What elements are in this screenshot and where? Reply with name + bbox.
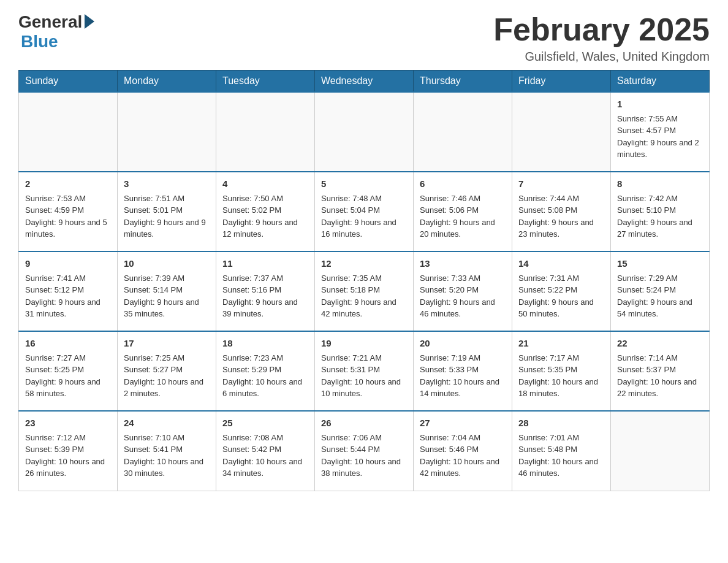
day-number: 8 [617, 177, 703, 191]
weekday-header-tuesday: Tuesday [216, 71, 315, 93]
calendar-week-row: 16Sunrise: 7:27 AM Sunset: 5:25 PM Dayli… [19, 331, 710, 411]
day-info: Sunrise: 7:46 AM Sunset: 5:06 PM Dayligh… [420, 193, 506, 240]
day-info: Sunrise: 7:35 AM Sunset: 5:18 PM Dayligh… [321, 272, 407, 320]
calendar-cell: 25Sunrise: 7:08 AM Sunset: 5:42 PM Dayli… [216, 411, 315, 491]
calendar-cell: 1Sunrise: 7:55 AM Sunset: 4:57 PM Daylig… [611, 92, 710, 172]
day-number: 22 [617, 337, 703, 351]
logo: General Blue [18, 12, 94, 52]
weekday-header-wednesday: Wednesday [315, 71, 414, 93]
day-info: Sunrise: 7:10 AM Sunset: 5:41 PM Dayligh… [124, 432, 210, 480]
location-subtitle: Guilsfield, Wales, United Kingdom [493, 50, 710, 64]
day-number: 11 [222, 257, 308, 271]
day-number: 7 [518, 177, 604, 191]
day-info: Sunrise: 7:27 AM Sunset: 5:25 PM Dayligh… [25, 352, 111, 400]
calendar-cell: 28Sunrise: 7:01 AM Sunset: 5:48 PM Dayli… [512, 411, 611, 491]
calendar-cell: 26Sunrise: 7:06 AM Sunset: 5:44 PM Dayli… [315, 411, 414, 491]
day-number: 23 [25, 416, 111, 431]
day-number: 17 [124, 337, 210, 351]
day-number: 21 [518, 337, 604, 351]
day-info: Sunrise: 7:42 AM Sunset: 5:10 PM Dayligh… [617, 193, 703, 240]
calendar-cell: 11Sunrise: 7:37 AM Sunset: 5:16 PM Dayli… [216, 251, 315, 331]
calendar-cell: 22Sunrise: 7:14 AM Sunset: 5:37 PM Dayli… [611, 331, 710, 411]
day-info: Sunrise: 7:01 AM Sunset: 5:48 PM Dayligh… [518, 432, 604, 480]
calendar-cell [611, 411, 710, 491]
day-info: Sunrise: 7:08 AM Sunset: 5:42 PM Dayligh… [222, 432, 308, 480]
logo-blue-text: Blue [21, 32, 58, 52]
day-number: 25 [222, 416, 308, 431]
calendar-cell: 21Sunrise: 7:17 AM Sunset: 5:35 PM Dayli… [512, 331, 611, 411]
calendar-cell: 8Sunrise: 7:42 AM Sunset: 5:10 PM Daylig… [611, 172, 710, 251]
calendar-cell [512, 92, 611, 172]
calendar-header: SundayMondayTuesdayWednesdayThursdayFrid… [19, 71, 710, 93]
calendar-week-row: 23Sunrise: 7:12 AM Sunset: 5:39 PM Dayli… [19, 411, 710, 491]
day-info: Sunrise: 7:04 AM Sunset: 5:46 PM Dayligh… [420, 432, 506, 480]
calendar-cell: 16Sunrise: 7:27 AM Sunset: 5:25 PM Dayli… [19, 331, 118, 411]
day-number: 6 [420, 177, 506, 191]
day-info: Sunrise: 7:53 AM Sunset: 4:59 PM Dayligh… [25, 193, 111, 240]
day-info: Sunrise: 7:17 AM Sunset: 5:35 PM Dayligh… [518, 352, 604, 400]
page-header: General Blue February 2025 Guilsfield, W… [18, 12, 710, 64]
calendar-cell: 6Sunrise: 7:46 AM Sunset: 5:06 PM Daylig… [414, 172, 512, 251]
calendar-cell: 10Sunrise: 7:39 AM Sunset: 5:14 PM Dayli… [118, 251, 216, 331]
day-info: Sunrise: 7:48 AM Sunset: 5:04 PM Dayligh… [321, 193, 407, 240]
day-number: 28 [518, 416, 604, 431]
day-number: 9 [25, 257, 111, 271]
day-info: Sunrise: 7:14 AM Sunset: 5:37 PM Dayligh… [617, 352, 703, 400]
day-number: 3 [124, 177, 210, 191]
calendar-cell: 19Sunrise: 7:21 AM Sunset: 5:31 PM Dayli… [315, 331, 414, 411]
calendar-cell [315, 92, 414, 172]
calendar-body: 1Sunrise: 7:55 AM Sunset: 4:57 PM Daylig… [19, 92, 710, 491]
day-info: Sunrise: 7:51 AM Sunset: 5:01 PM Dayligh… [124, 193, 210, 240]
calendar-week-row: 2Sunrise: 7:53 AM Sunset: 4:59 PM Daylig… [19, 172, 710, 251]
day-info: Sunrise: 7:19 AM Sunset: 5:33 PM Dayligh… [420, 352, 506, 400]
day-number: 13 [420, 257, 506, 271]
calendar-cell: 24Sunrise: 7:10 AM Sunset: 5:41 PM Dayli… [118, 411, 216, 491]
day-number: 10 [124, 257, 210, 271]
calendar-cell: 23Sunrise: 7:12 AM Sunset: 5:39 PM Dayli… [19, 411, 118, 491]
day-info: Sunrise: 7:55 AM Sunset: 4:57 PM Dayligh… [617, 113, 703, 161]
logo-arrow-icon [85, 14, 94, 29]
calendar-cell: 14Sunrise: 7:31 AM Sunset: 5:22 PM Dayli… [512, 251, 611, 331]
day-info: Sunrise: 7:21 AM Sunset: 5:31 PM Dayligh… [321, 352, 407, 400]
day-number: 26 [321, 416, 407, 431]
day-number: 12 [321, 257, 407, 271]
day-number: 20 [420, 337, 506, 351]
month-title: February 2025 [493, 12, 710, 47]
day-number: 5 [321, 177, 407, 191]
calendar-cell [216, 92, 315, 172]
day-number: 27 [420, 416, 506, 431]
calendar-cell: 2Sunrise: 7:53 AM Sunset: 4:59 PM Daylig… [19, 172, 118, 251]
calendar-cell: 7Sunrise: 7:44 AM Sunset: 5:08 PM Daylig… [512, 172, 611, 251]
day-info: Sunrise: 7:23 AM Sunset: 5:29 PM Dayligh… [222, 352, 308, 400]
calendar-cell: 27Sunrise: 7:04 AM Sunset: 5:46 PM Dayli… [414, 411, 512, 491]
calendar-week-row: 1Sunrise: 7:55 AM Sunset: 4:57 PM Daylig… [19, 92, 710, 172]
calendar-cell: 20Sunrise: 7:19 AM Sunset: 5:33 PM Dayli… [414, 331, 512, 411]
weekday-header-row: SundayMondayTuesdayWednesdayThursdayFrid… [19, 71, 710, 93]
day-number: 2 [25, 177, 111, 191]
day-info: Sunrise: 7:12 AM Sunset: 5:39 PM Dayligh… [25, 432, 111, 480]
day-number: 24 [124, 416, 210, 431]
day-info: Sunrise: 7:33 AM Sunset: 5:20 PM Dayligh… [420, 272, 506, 320]
weekday-header-thursday: Thursday [414, 71, 512, 93]
day-number: 1 [617, 98, 703, 112]
calendar-cell: 5Sunrise: 7:48 AM Sunset: 5:04 PM Daylig… [315, 172, 414, 251]
calendar-cell: 15Sunrise: 7:29 AM Sunset: 5:24 PM Dayli… [611, 251, 710, 331]
day-info: Sunrise: 7:29 AM Sunset: 5:24 PM Dayligh… [617, 272, 703, 320]
calendar-table: SundayMondayTuesdayWednesdayThursdayFrid… [18, 70, 710, 491]
calendar-cell [19, 92, 118, 172]
day-number: 16 [25, 337, 111, 351]
day-info: Sunrise: 7:50 AM Sunset: 5:02 PM Dayligh… [222, 193, 308, 240]
calendar-cell: 4Sunrise: 7:50 AM Sunset: 5:02 PM Daylig… [216, 172, 315, 251]
calendar-cell: 9Sunrise: 7:41 AM Sunset: 5:12 PM Daylig… [19, 251, 118, 331]
day-info: Sunrise: 7:37 AM Sunset: 5:16 PM Dayligh… [222, 272, 308, 320]
calendar-cell [414, 92, 512, 172]
day-info: Sunrise: 7:31 AM Sunset: 5:22 PM Dayligh… [518, 272, 604, 320]
day-number: 4 [222, 177, 308, 191]
calendar-cell: 12Sunrise: 7:35 AM Sunset: 5:18 PM Dayli… [315, 251, 414, 331]
calendar-cell: 17Sunrise: 7:25 AM Sunset: 5:27 PM Dayli… [118, 331, 216, 411]
weekday-header-friday: Friday [512, 71, 611, 93]
day-number: 14 [518, 257, 604, 271]
day-number: 19 [321, 337, 407, 351]
weekday-header-sunday: Sunday [19, 71, 118, 93]
logo-general-text: General [18, 12, 82, 32]
